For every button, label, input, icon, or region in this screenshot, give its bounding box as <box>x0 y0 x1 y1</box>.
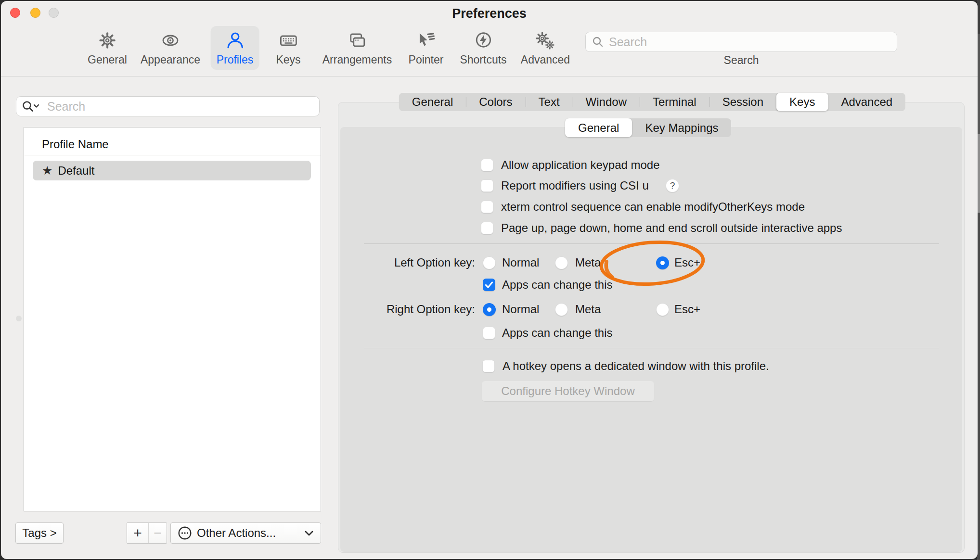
eye-icon <box>160 28 181 52</box>
minus-icon: − <box>154 525 161 541</box>
tab-session[interactable]: Session <box>709 93 776 111</box>
configure-button-label: Configure Hotkey Window <box>501 384 634 398</box>
toolbar-item-appearance[interactable]: Appearance <box>135 26 206 70</box>
toolbar-item-label: Arrangements <box>322 53 392 66</box>
radio-label: Esc+ <box>674 255 700 270</box>
toolbar-divider <box>1 76 978 76</box>
toolbar-item-general[interactable]: General <box>82 26 133 70</box>
add-profile-button[interactable]: + <box>127 523 149 543</box>
configure-hotkey-window-button: Configure Hotkey Window <box>482 381 654 401</box>
subtab-general[interactable]: General <box>565 118 632 137</box>
toolbar-search-input[interactable] <box>608 35 891 50</box>
other-actions-dropdown[interactable]: Other Actions... <box>170 522 321 544</box>
checkbox-label: Apps can change this <box>502 278 613 292</box>
lightning-icon <box>473 28 493 52</box>
windows-icon <box>347 28 368 52</box>
window-title: Preferences <box>1 6 978 21</box>
toolbar-item-label: Profiles <box>217 53 254 66</box>
toolbar-item-keys[interactable]: Keys <box>270 26 306 70</box>
toolbar-item-profiles[interactable]: Profiles <box>211 26 259 70</box>
toolbar-item-advanced[interactable]: Advanced <box>515 26 576 70</box>
gear-icon <box>97 28 117 52</box>
keyboard-icon <box>278 28 299 52</box>
toolbar-item-pointer[interactable]: Pointer <box>403 26 450 70</box>
checkbox-right-apps-can-change[interactable] <box>483 327 495 339</box>
list-header-divider <box>24 155 321 155</box>
tab-text[interactable]: Text <box>526 93 573 111</box>
checkbox-hotkey-window[interactable] <box>482 360 495 372</box>
chevron-down-icon <box>304 530 314 536</box>
add-remove-group: + − <box>127 522 167 544</box>
radio-label: Normal <box>502 302 539 317</box>
checkbox-csi-u[interactable] <box>481 179 493 192</box>
person-icon <box>225 28 245 52</box>
checkbox-label: A hotkey opens a dedicated window with t… <box>503 359 769 373</box>
radio-right-option-normal[interactable] <box>483 303 496 316</box>
profile-search-field[interactable] <box>16 96 320 116</box>
profile-list: Profile Name ★ Default <box>24 127 321 511</box>
search-icon <box>592 36 604 48</box>
toolbar-item-label: Shortcuts <box>460 53 506 66</box>
left-option-key-label: Left Option key: <box>338 255 475 270</box>
profile-name: Default <box>58 164 94 178</box>
section-divider <box>364 348 939 348</box>
remove-profile-button[interactable]: − <box>149 523 167 543</box>
keys-subtabs: General Key Mappings <box>565 118 731 137</box>
tab-window[interactable]: Window <box>573 93 640 111</box>
radio-label: Meta <box>575 255 601 270</box>
radio-label: Esc+ <box>674 302 700 317</box>
checkbox-scroll-outside-apps[interactable] <box>481 222 493 234</box>
checkbox-label: Page up, page down, home and end scroll … <box>501 221 842 235</box>
gears-icon <box>535 28 555 52</box>
toolbar-item-arrangements[interactable]: Arrangements <box>317 26 398 70</box>
other-actions-label: Other Actions... <box>197 526 276 540</box>
profile-search-input[interactable] <box>46 99 314 114</box>
toolbar-search-field[interactable] <box>585 32 897 52</box>
radio-right-option-esc[interactable] <box>656 303 669 316</box>
help-glyph: ? <box>670 180 675 191</box>
cursor-icon <box>416 28 436 52</box>
search-filter-icon <box>21 100 42 113</box>
radio-label: Normal <box>502 255 539 270</box>
section-divider <box>364 243 939 244</box>
profile-tabs: General Colors Text Window Terminal Sess… <box>399 93 905 111</box>
profile-list-header: Profile Name <box>42 138 109 151</box>
radio-left-option-meta[interactable] <box>555 256 568 269</box>
toolbar-search-caption: Search <box>585 54 897 67</box>
toolbar-item-label: Appearance <box>141 53 200 66</box>
right-option-key-label: Right Option key: <box>338 302 475 317</box>
checkbox-label: xterm control sequence can enable modify… <box>501 200 805 214</box>
help-button[interactable]: ? <box>666 179 679 192</box>
radio-label: Meta <box>575 302 601 317</box>
tab-general[interactable]: General <box>399 93 466 111</box>
tab-keys[interactable]: Keys <box>776 93 828 111</box>
checkbox-modify-other-keys[interactable] <box>481 201 493 213</box>
tags-button-label: Tags > <box>22 526 56 540</box>
keys-general-pane <box>340 127 962 552</box>
toolbar-item-label: Advanced <box>521 53 570 66</box>
radio-right-option-meta[interactable] <box>555 303 568 316</box>
checkbox-label: Allow application keypad mode <box>501 158 660 172</box>
profile-row-default[interactable]: ★ Default <box>33 161 311 180</box>
radio-left-option-normal[interactable] <box>483 256 496 269</box>
toolbar-item-label: Keys <box>276 53 300 66</box>
subtab-key-mappings[interactable]: Key Mappings <box>632 118 731 137</box>
toolbar-item-shortcuts[interactable]: Shortcuts <box>454 26 512 70</box>
toolbar-item-label: General <box>88 53 127 66</box>
plus-icon: + <box>133 525 142 541</box>
tab-terminal[interactable]: Terminal <box>640 93 709 111</box>
checkbox-left-apps-can-change[interactable] <box>483 279 495 291</box>
screenshot: Preferences General <box>0 0 980 560</box>
radio-left-option-esc[interactable] <box>656 256 669 269</box>
preferences-window: Preferences General <box>1 1 978 559</box>
checkmark-icon <box>483 279 495 291</box>
checkbox-allow-keypad[interactable] <box>481 159 493 171</box>
tags-button[interactable]: Tags > <box>15 522 64 544</box>
tab-colors[interactable]: Colors <box>466 93 525 111</box>
ellipsis-circle-icon <box>178 526 192 540</box>
pane-splitter-dot <box>16 316 22 321</box>
star-icon: ★ <box>42 165 52 177</box>
checkbox-label: Apps can change this <box>502 326 613 340</box>
toolbar-item-label: Pointer <box>409 53 444 66</box>
tab-advanced[interactable]: Advanced <box>828 93 905 111</box>
